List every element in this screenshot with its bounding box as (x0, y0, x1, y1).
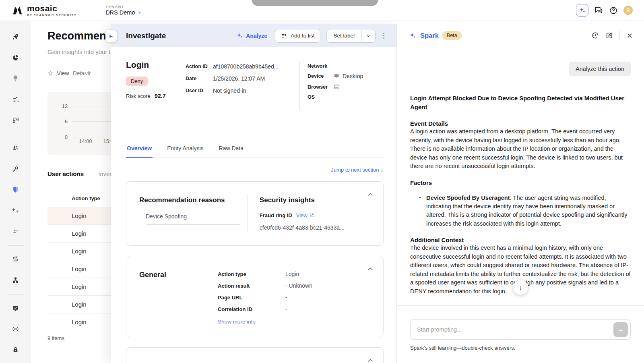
device-value: Desktop (343, 73, 363, 79)
identity-screen-icon[interactable] (8, 112, 24, 128)
help-icon[interactable] (609, 6, 618, 15)
sparkle-icon (409, 32, 417, 39)
divider (179, 61, 179, 110)
pie-chart-icon[interactable] (8, 50, 24, 66)
spark-panel: Spark Beta Analyze this action Login Att… (396, 24, 644, 363)
rocket-icon[interactable] (8, 29, 24, 45)
rail-divider (8, 294, 24, 295)
fraud-ring-label: Fraud ring ID (260, 212, 292, 218)
tab-raw-data[interactable]: Raw Data (218, 145, 244, 158)
topology-icon[interactable] (8, 272, 24, 288)
send-button[interactable]: → (613, 322, 628, 337)
view-label: View (57, 70, 69, 77)
event-details-body: A login action was attempted from a desk… (410, 127, 631, 170)
kv-label: Action result (218, 283, 285, 289)
arrow-down-icon: ↓ (381, 167, 384, 173)
detail-tabs: Overview Entity Analysis Raw Data (126, 145, 384, 158)
spark-launcher-button[interactable] (576, 4, 588, 17)
mosaic-logo-icon (12, 6, 23, 15)
spark-headline: Login Attempt Blocked Due to Device Spoo… (410, 94, 631, 112)
view-selector[interactable]: ☆ View Default (47, 69, 91, 77)
action-title: Login (126, 60, 166, 70)
recommendation-reasons-card: Recommendation reasons Device Spoofing S… (126, 181, 384, 246)
investigate-header: Investigate Analyze Add to list Set labe… (111, 24, 396, 47)
x-tick: 14:00 (79, 138, 92, 144)
tab-entity-analysis[interactable]: Entity Analysis (166, 145, 204, 158)
kv-value: Login (285, 271, 299, 277)
fraud-ring-value: cfe0fcd6-432f-4a83-bc21-4633a... (260, 224, 383, 231)
external-link-icon (309, 213, 314, 218)
spark-conversation: Analyze this action Login Attempt Blocke… (397, 47, 644, 305)
show-more-info-link[interactable]: Show more info (218, 319, 312, 325)
collapse-chevron-icon[interactable] (366, 357, 374, 363)
general-card: General Action typeLogin Action result- … (126, 256, 384, 337)
trend-chart-icon[interactable] (8, 91, 24, 107)
view-fraud-ring-link[interactable]: View (296, 212, 314, 218)
spark-footer: → Spark's still learning—double-check an… (397, 305, 644, 363)
history-icon[interactable] (591, 31, 599, 39)
decision-badge: Deny (126, 77, 148, 86)
lock-icon[interactable] (8, 342, 24, 358)
user-id-value: Not signed-in (213, 87, 246, 94)
tenant-value: DRS Demo (105, 9, 135, 16)
spark-title: Spark (420, 32, 439, 39)
action-id-value: af108700b258ab9b45ed... (213, 63, 279, 70)
feedback-chat-icon[interactable] (594, 6, 603, 15)
collapse-chevron-icon[interactable] (366, 191, 374, 199)
date-value: 1/25/2026, 12:07 AM (213, 75, 265, 82)
avatar[interactable]: R (623, 6, 633, 15)
more-options-button[interactable] (382, 31, 386, 40)
lightbulb-icon[interactable] (8, 71, 24, 86)
broadcast-icon[interactable] (8, 322, 24, 337)
device-label: Device (308, 73, 333, 79)
user-id-label: User ID (186, 88, 213, 93)
key-icon[interactable] (8, 161, 24, 177)
set-label-button[interactable]: Set label (327, 29, 361, 42)
monitor-icon (333, 73, 340, 79)
factor-term: Device Spoofed By Useragent (426, 195, 510, 201)
kv-label: Correlation ID (218, 306, 285, 312)
tab-user-actions[interactable]: User actions (47, 170, 84, 177)
analyze-this-action-chip[interactable]: Analyze this action (569, 62, 631, 76)
jump-to-next-section-link[interactable]: Jump to next section ↓ (331, 167, 383, 173)
kv-label: Action type (218, 271, 285, 277)
close-icon[interactable] (626, 32, 634, 39)
tenant-label: TENANT (105, 5, 142, 9)
kv-value: - Unknown (285, 282, 312, 289)
risk-score-value: 92.7 (155, 93, 166, 99)
shield-icon[interactable] (8, 182, 24, 198)
tab-overview[interactable]: Overview (126, 145, 153, 158)
new-chat-icon[interactable] (605, 31, 613, 39)
collapse-chevron-icon[interactable] (366, 265, 374, 273)
y-tick: 12 (47, 103, 72, 109)
route-icon[interactable] (8, 252, 24, 268)
y-tick: 0 (47, 134, 72, 140)
add-to-list-button[interactable]: Add to list (275, 29, 320, 43)
collapse-panel-button[interactable]: ▶ (105, 30, 117, 42)
set-label-caret[interactable] (361, 29, 375, 42)
network-label: Network (308, 63, 333, 69)
device-card: Device Device type Desktop Device model- (126, 347, 384, 363)
prompt-input[interactable] (410, 319, 631, 340)
column-header-action-type: Action type (72, 195, 100, 201)
investigate-title: Investigate (126, 31, 166, 40)
event-details-heading: Event Details (410, 120, 631, 127)
kv-value: - (285, 306, 287, 312)
monitor-chart-icon[interactable] (8, 301, 24, 316)
set-label-split-button: Set label (326, 29, 376, 43)
factor-item: • Device Spoofed By Useragent: The user … (410, 194, 631, 228)
tenant-selector[interactable]: TENANT DRS Demo ▼ (105, 5, 142, 16)
mosaic-logo[interactable]: mosaic BY TRANSMIT SECURITY (12, 4, 76, 17)
user-check-icon[interactable] (8, 224, 24, 239)
arrows-horizontal-icon[interactable] (8, 203, 24, 218)
factors-heading: Factors (410, 179, 631, 186)
security-insights-title: Security insights (260, 196, 383, 204)
chevron-down-icon (365, 33, 371, 39)
analyze-button[interactable]: Analyze (236, 32, 267, 39)
users-icon[interactable] (8, 140, 24, 156)
bullet-icon: • (419, 194, 426, 228)
reasons-title: Recommendation reasons (139, 196, 247, 204)
scroll-down-button[interactable]: ↓ (513, 280, 528, 295)
date-label: Date (186, 76, 213, 81)
star-icon: ☆ (47, 69, 53, 77)
